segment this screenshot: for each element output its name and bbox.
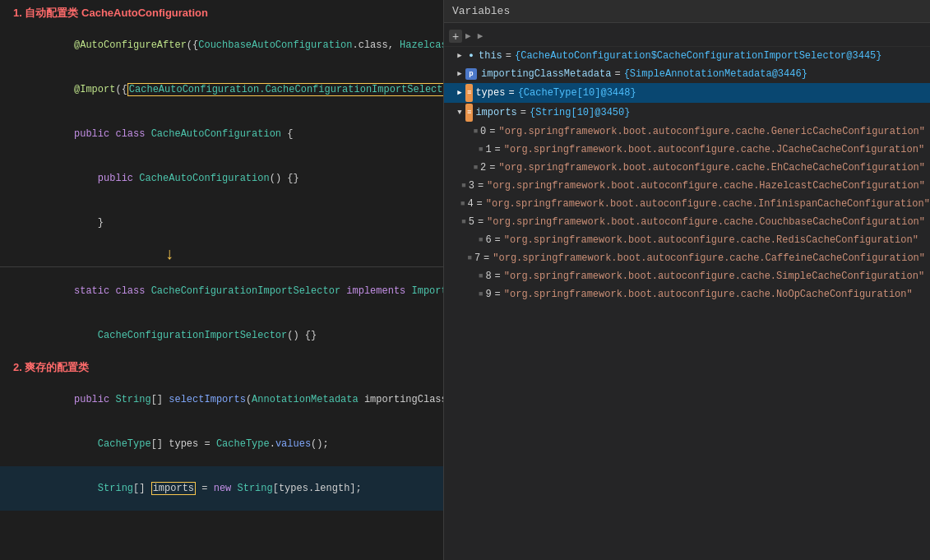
var-icon-importing: p bbox=[465, 68, 477, 80]
var-icon-8: ■ bbox=[479, 268, 483, 285]
var-row-imports-0[interactable]: ■ 0 = "org.springframework.boot.autoconf… bbox=[444, 123, 930, 141]
var-row-imports[interactable]: ≡ imports = {String[10]@3450} bbox=[444, 103, 930, 123]
code-panel: 1. 自动配置类 CacheAutoConfiguration @AutoCon… bbox=[0, 0, 444, 560]
line-content: for(int i = 0; i < types.length; ++i) { bbox=[12, 555, 440, 560]
var-row-imports-6[interactable]: ■ 6 = "org.springframework.boot.autoconf… bbox=[444, 231, 930, 249]
var-row-imports-7[interactable]: ■ 7 = "org.springframework.boot.autoconf… bbox=[444, 249, 930, 267]
main-container: 1. 自动配置类 CacheAutoConfiguration @AutoCon… bbox=[0, 0, 930, 560]
variables-header: Variables bbox=[444, 0, 930, 23]
var-row-imports-2[interactable]: ■ 2 = "org.springframework.boot.autoconf… bbox=[444, 159, 930, 177]
section2-heading: 2. 爽存的配置类 bbox=[0, 358, 443, 377]
code-line: } bbox=[0, 201, 443, 245]
code-line: public class CacheAutoConfiguration { bbox=[0, 112, 443, 156]
var-row-toolbar[interactable]: + ▶ ▶ bbox=[444, 26, 930, 47]
line-content: String[] imports = new String[types.leng… bbox=[12, 466, 440, 511]
variables-panel: Variables + ▶ ▶ ● this = {CacheAutoConfi… bbox=[444, 0, 930, 560]
var-row-this[interactable]: ● this = {CacheAutoConfiguration$CacheCo… bbox=[444, 47, 930, 65]
code-line-static: static class CacheConfigurationImportSel… bbox=[0, 269, 443, 313]
var-icon-this: ● bbox=[465, 50, 477, 62]
var-icon-types: ≡ bbox=[465, 84, 473, 102]
var-icon-7: ■ bbox=[468, 250, 472, 266]
var-icon-imports: ≡ bbox=[465, 104, 473, 122]
code-line: for(int i = 0; i < types.length; ++i) { bbox=[0, 555, 443, 560]
code-line: public String[] selectImports(Annotation… bbox=[0, 377, 443, 422]
var-row-imports-3[interactable]: ■ 3 = "org.springframework.boot.autoconf… bbox=[444, 177, 930, 195]
var-icon-6: ■ bbox=[479, 232, 483, 248]
var-toggle-this[interactable] bbox=[454, 50, 465, 62]
var-icon-9: ■ bbox=[479, 286, 483, 303]
var-row-types[interactable]: ≡ types = {CacheType[10]@3448} bbox=[444, 83, 930, 103]
var-row-imports-1[interactable]: ■ 1 = "org.springframework.boot.autoconf… bbox=[444, 141, 930, 159]
var-row-importing[interactable]: p importingClassMetadata = {SimpleAnnota… bbox=[444, 65, 930, 83]
code-line: @AutoConfigureAfter({CouchbaseAutoConfig… bbox=[0, 23, 443, 67]
code-line: CacheConfigurationImportSelector() {} bbox=[0, 313, 443, 358]
var-icon-5: ■ bbox=[461, 214, 465, 230]
line-content: public String[] selectImports(Annotation… bbox=[12, 377, 444, 422]
var-icon-2: ■ bbox=[474, 160, 478, 176]
code-line bbox=[0, 511, 443, 555]
line-content: @Import({CacheAutoConfiguration.CacheCon… bbox=[12, 67, 444, 112]
section1-heading: 1. 自动配置类 CacheAutoConfiguration bbox=[0, 3, 443, 23]
line-content bbox=[12, 511, 440, 555]
add-watch-button[interactable]: + bbox=[449, 30, 462, 43]
line-content: static class CacheConfigurationImportSel… bbox=[12, 269, 444, 313]
arrow-divider: ↓ bbox=[0, 245, 443, 265]
line-content: public CacheAutoConfiguration() {} bbox=[12, 156, 440, 201]
code-line: public CacheAutoConfiguration() {} bbox=[0, 156, 443, 201]
code-line-import: @Import({CacheAutoConfiguration.CacheCon… bbox=[0, 67, 443, 112]
code-line-imports: String[] imports = new String[types.leng… bbox=[0, 466, 443, 511]
var-row-imports-5[interactable]: ■ 5 = "org.springframework.boot.autoconf… bbox=[444, 213, 930, 231]
var-row-imports-4[interactable]: ■ 4 = "org.springframework.boot.autoconf… bbox=[444, 195, 930, 213]
code-line: CacheType[] types = CacheType.values(); bbox=[0, 422, 443, 466]
line-content: CacheType[] types = CacheType.values(); bbox=[12, 422, 440, 466]
variables-content[interactable]: + ▶ ▶ ● this = {CacheAutoConfiguration$C… bbox=[444, 23, 930, 560]
line-content: @AutoConfigureAfter({CouchbaseAutoConfig… bbox=[12, 23, 444, 67]
code-content: 1. 自动配置类 CacheAutoConfiguration @AutoCon… bbox=[0, 0, 443, 560]
var-row-imports-9[interactable]: ■ 9 = "org.springframework.boot.autoconf… bbox=[444, 285, 930, 303]
var-row-imports-8[interactable]: ■ 8 = "org.springframework.boot.autoconf… bbox=[444, 267, 930, 285]
var-toggle-imports[interactable] bbox=[454, 107, 465, 118]
var-icon-4: ■ bbox=[460, 196, 465, 212]
line-content: } bbox=[12, 201, 440, 245]
var-toggle-importing[interactable] bbox=[454, 68, 465, 80]
var-icon-1: ■ bbox=[479, 141, 483, 158]
line-content: public class CacheAutoConfiguration { bbox=[12, 112, 440, 156]
line-content: CacheConfigurationImportSelector() {} bbox=[12, 313, 440, 358]
var-icon-3: ■ bbox=[461, 178, 465, 194]
var-icon-0: ■ bbox=[474, 123, 478, 140]
var-toggle-types[interactable] bbox=[454, 87, 465, 99]
